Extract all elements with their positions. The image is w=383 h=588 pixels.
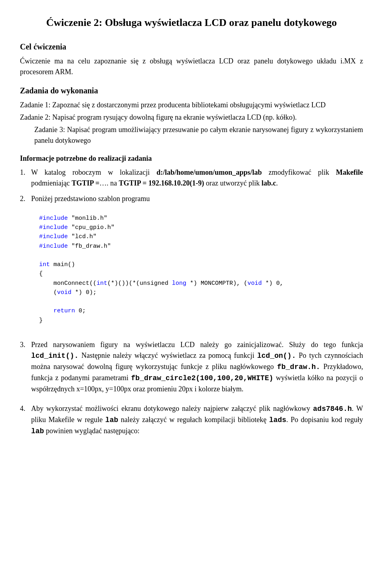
info-heading: Informacje potrzebne do realizacji zadan… (20, 153, 363, 164)
info-item-3-content: Przed narysowaniem figury na wyświetlacz… (31, 339, 363, 399)
info-list: W katalog roboczym w lokalizacji d:/lab/… (20, 167, 363, 441)
lab-rule2: lab (31, 427, 44, 435)
info-item-1-content: W katalog roboczym w lokalizacji d:/lab/… (31, 167, 363, 189)
tgtip-value-bold: TGTIP = 192.168.10.20(1-9) (119, 179, 204, 187)
lcd-init-func: lcd_init(). (31, 352, 79, 360)
ads7846-header: ads7846.h (313, 405, 352, 413)
code-block: #include "monlib.h" #include "cpu_gpio.h… (31, 210, 363, 329)
tasks-section: Zadania do wykonania Zadanie 1: Zapoznać… (20, 85, 363, 146)
fb-draw-circle-func: fb_draw_circle2(100,100,20,WHITE) (131, 374, 273, 382)
fb-draw-header: fb_draw.h. (277, 363, 320, 371)
goal-section: Cel ćwiczenia Ćwiczenie ma na celu zapoz… (20, 41, 363, 77)
info-item-2-content: Poniżej przedstawiono szablon programu #… (31, 193, 363, 335)
task1: Zadanie 1: Zapoznać się z dostarczonymi … (20, 100, 363, 110)
info4-paragraph: Aby wykorzystać możliwości ekranu dotyko… (31, 403, 363, 437)
info-section: Informacje potrzebne do realizacji zadan… (20, 153, 363, 441)
tasks-heading: Zadania do wykonania (20, 85, 363, 97)
lads-lib: lads (269, 416, 286, 424)
info-item-1: W katalog roboczym w lokalizacji d:/lab/… (20, 167, 363, 189)
info3-paragraph: Przed narysowaniem figury na wyświetlacz… (31, 339, 363, 395)
tgtip-bold: TGTIP = (71, 179, 99, 187)
path-bold: d:/lab/home/umon/umon_apps/lab (156, 168, 262, 176)
makefile-bold: Makefile (336, 168, 363, 176)
lab-rule: lab (105, 416, 118, 424)
labc-bold: lab.c (261, 179, 276, 187)
lcd-on-func: lcd_on(). (257, 352, 296, 360)
info-item-3: Przed narysowaniem figury na wyświetlacz… (20, 339, 363, 399)
info2-text: Poniżej przedstawiono szablon programu (31, 195, 150, 203)
info-item-4: Aby wykorzystać możliwości ekranu dotyko… (20, 403, 363, 441)
task2: Zadanie 2: Napisać program rysujący dowo… (20, 112, 363, 123)
task3: Zadanie 3: Napisać program umożliwiający… (20, 124, 363, 146)
goal-text: Ćwiczenie ma na celu zapoznanie się z ob… (20, 56, 363, 77)
page-title: Ćwiczenie 2: Obsługa wyświetlacza LCD or… (20, 16, 363, 30)
info-item-2: Poniżej przedstawiono szablon programu #… (20, 193, 363, 335)
info-item-4-content: Aby wykorzystać możliwości ekranu dotyko… (31, 403, 363, 441)
task-list: Zadanie 1: Zapoznać się z dostarczonymi … (20, 100, 363, 146)
goal-heading: Cel ćwiczenia (20, 41, 363, 53)
